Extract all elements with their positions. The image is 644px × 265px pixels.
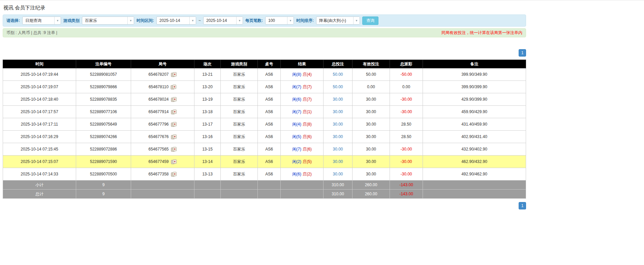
search-button[interactable]: 查询 <box>362 16 378 25</box>
cell-time: 2025-10-14 07:17:57 <box>3 106 76 118</box>
cell-valid-bet: 0.00 <box>352 81 390 93</box>
total-bet-link[interactable]: 30.00 <box>333 159 343 164</box>
round-number: 654678110 <box>149 85 168 89</box>
cell-table-no: AS6 <box>258 143 281 156</box>
date-range-label: 时间区间: <box>136 18 154 24</box>
cell-game-type: 百家乐 <box>221 68 258 81</box>
total-bet-link[interactable]: 30.00 <box>333 122 343 127</box>
cell-bet-id: 522889079866 <box>76 81 131 93</box>
total-bet-link[interactable]: 30.00 <box>333 134 343 139</box>
chevron-down-icon: ▼ <box>236 17 243 24</box>
subtotal-payout: -143.00 <box>390 180 423 190</box>
page-1-button[interactable]: 1 <box>519 202 526 209</box>
cell-table-no: AS6 <box>258 168 281 180</box>
cards-icon[interactable] <box>171 147 177 152</box>
cell-table-no: AS6 <box>258 118 281 131</box>
game-type-select[interactable]: 百家乐 ▼ <box>82 16 134 25</box>
cell-note: 431.40/459.90 <box>423 118 526 131</box>
cards-icon[interactable] <box>171 134 177 139</box>
header-valid-bet: 有效投注 <box>352 60 390 68</box>
subtotal-empty <box>221 180 258 190</box>
header-total-bet: 总投注 <box>324 60 352 68</box>
cell-session: 13-13 <box>194 168 221 180</box>
cell-valid-bet: 50.00 <box>352 68 390 81</box>
cell-table-no: AS6 <box>258 131 281 143</box>
cards-icon[interactable] <box>171 172 177 177</box>
cell-valid-bet: 30.00 <box>352 168 390 180</box>
cards-icon[interactable] <box>171 122 177 127</box>
cell-note: 399.90/399.90 <box>423 81 526 93</box>
game-type-value: 百家乐 <box>82 18 127 24</box>
cell-note: 429.90/399.90 <box>423 93 526 106</box>
filter-bar: 请选择: 日期查询 ▼ 游戏类别 百家乐 ▼ 时间区间: 2025-10-14 … <box>3 14 526 27</box>
total-bet-link[interactable]: 50.00 <box>333 85 343 89</box>
query-type-label: 请选择: <box>6 18 20 24</box>
header-bet-id: 注单编号 <box>76 60 131 68</box>
date-to-select[interactable]: 2025-10-14 ▼ <box>203 16 243 25</box>
round-number: 654677459 <box>148 159 168 164</box>
cell-round: 654678207 <box>131 68 194 81</box>
subtotal-empty <box>281 180 324 190</box>
pagination-bottom: 1 <box>3 202 526 209</box>
cell-time: 2025-10-14 07:15:45 <box>3 143 76 156</box>
subtotal-label: 小计 <box>3 180 76 190</box>
sort-order-select[interactable]: 降幕(由大到小) ▼ <box>316 16 360 25</box>
total-empty <box>281 190 324 199</box>
cell-total-bet: 30.00 <box>324 131 352 143</box>
cell-session: 13-14 <box>194 156 221 168</box>
cards-icon[interactable] <box>171 85 177 90</box>
cards-icon[interactable] <box>171 109 177 114</box>
cell-bet-id: 522889070500 <box>76 168 131 180</box>
cell-result: 闲(8)庄(4) <box>281 68 324 81</box>
cell-note: 462.90/432.90 <box>423 156 526 168</box>
cell-note: 492.90/462.90 <box>423 168 526 180</box>
per-page-label: 每页笔数: <box>245 18 263 24</box>
total-bet-link[interactable]: 50.00 <box>333 72 343 77</box>
total-payout: -143.00 <box>390 190 423 199</box>
date-from-value: 2025-10-14 <box>157 18 189 23</box>
cell-time: 2025-10-14 07:15:07 <box>3 156 76 168</box>
result-banker: 庄(1) <box>303 109 312 114</box>
subtotal-total-bet: 310.00 <box>324 180 352 190</box>
cell-session: 13-20 <box>194 81 221 93</box>
cards-icon[interactable] <box>171 97 177 102</box>
currency-summary-text: 币别 : 人民币 | 总共 :9 注单 | <box>6 30 57 36</box>
page-1-button[interactable]: 1 <box>519 49 526 57</box>
round-number: 654677565 <box>148 147 168 152</box>
subtotal-valid-bet: 260.00 <box>352 180 390 190</box>
chevron-down-icon: ▼ <box>54 17 61 24</box>
total-bet-link[interactable]: 30.00 <box>333 97 343 102</box>
cell-game-type: 百家乐 <box>221 106 258 118</box>
total-bet-link[interactable]: 30.00 <box>333 172 343 176</box>
cell-total-bet: 30.00 <box>324 93 352 106</box>
total-bet-link[interactable]: 30.00 <box>333 109 343 114</box>
cell-game-type: 百家乐 <box>221 168 258 180</box>
cell-bet-id: 522889072886 <box>76 143 131 156</box>
result-banker: 庄(8) <box>303 122 312 127</box>
total-bet-link[interactable]: 30.00 <box>333 147 343 152</box>
cell-round: 654677358 <box>131 168 194 180</box>
cell-valid-bet: 30.00 <box>352 118 390 131</box>
cell-game-type: 百家乐 <box>221 143 258 156</box>
subtotal-empty <box>258 180 281 190</box>
cell-round: 654678024 <box>131 93 194 106</box>
round-number: 654677358 <box>148 172 168 176</box>
date-from-select[interactable]: 2025-10-14 ▼ <box>156 16 196 25</box>
cell-session: 13-19 <box>194 93 221 106</box>
cell-note: 459.90/429.90 <box>423 106 526 118</box>
per-page-select[interactable]: 100 ▼ <box>265 16 294 25</box>
cell-valid-bet: 30.00 <box>352 131 390 143</box>
cards-icon[interactable] <box>171 159 177 164</box>
cell-total-bet: 30.00 <box>324 168 352 180</box>
query-type-value: 日期查询 <box>23 18 54 24</box>
cell-valid-bet: 30.00 <box>352 143 390 156</box>
table-row: 2025-10-14 07:19:44 522889081057 6546782… <box>3 68 526 81</box>
cell-session: 13-17 <box>194 118 221 131</box>
cell-result: 闲(2)庄(5) <box>281 156 324 168</box>
result-player: 闲(6) <box>292 172 301 176</box>
query-type-select[interactable]: 日期查询 ▼ <box>22 16 61 25</box>
cards-icon[interactable] <box>171 72 177 77</box>
subtotal-count: 9 <box>76 180 131 190</box>
cell-total-bet: 30.00 <box>324 156 352 168</box>
cell-total-bet: 30.00 <box>324 143 352 156</box>
